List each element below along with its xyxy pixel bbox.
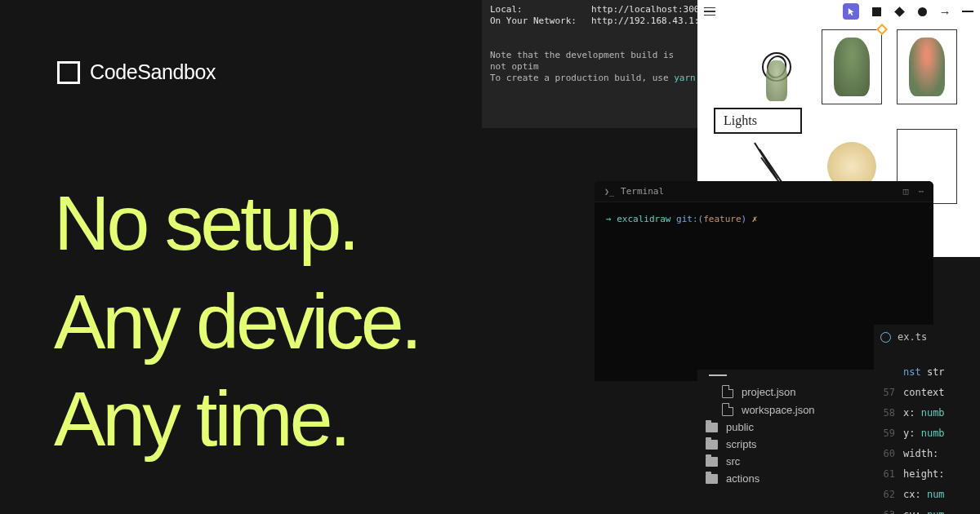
file-icon: [722, 385, 733, 398]
file-tree: project.jsonworkspace.jsonpublicscriptss…: [697, 370, 874, 514]
code-tokens: nst str: [903, 362, 945, 383]
brand-logo: CodeSandbox: [57, 60, 216, 84]
terminal-arrow: →: [606, 214, 612, 224]
arrow-tool[interactable]: →: [939, 6, 951, 17]
logo-icon: [57, 61, 80, 84]
folder-icon: [706, 423, 718, 432]
line-number: 59: [874, 423, 903, 444]
devserver-note-2-pre: To create a production build, use: [490, 73, 674, 83]
tree-item-scripts[interactable]: scripts: [697, 436, 874, 453]
selection-tool[interactable]: [843, 3, 859, 20]
headline-line-3: Any time.: [54, 382, 419, 456]
more-icon[interactable]: ⋯: [918, 186, 924, 197]
ellipse-tool[interactable]: [916, 6, 928, 17]
code-line: 58x: numb: [874, 403, 980, 423]
code-line: 63cy: num: [874, 505, 980, 514]
tree-item-project-json[interactable]: project.json: [697, 383, 874, 401]
canvas-image-1[interactable]: [746, 29, 807, 104]
terminal-dirty-flag: ✗: [752, 214, 758, 224]
logo-text: CodeSandbox: [90, 60, 216, 84]
editor-tab[interactable]: ex.ts: [874, 325, 980, 349]
rectangle-tool[interactable]: [871, 6, 882, 17]
folder-icon: [706, 440, 718, 450]
devserver-output: Local:http://localhost:3000 On Your Netw…: [482, 0, 697, 128]
code-tokens: y: numb: [903, 423, 945, 444]
split-icon[interactable]: ◫: [903, 186, 909, 197]
tree-collapse-icon[interactable]: [709, 374, 727, 376]
folder-icon: [706, 474, 718, 484]
menu-icon[interactable]: [704, 7, 715, 16]
code-line: 57context: [874, 383, 980, 403]
tree-item-actions[interactable]: actions: [697, 470, 874, 487]
code-line: 61height:: [874, 464, 980, 485]
code-line: 60width:: [874, 444, 980, 464]
react-file-icon: [880, 332, 891, 343]
canvas-image-3[interactable]: [897, 29, 957, 104]
devserver-local-url: http://localhost:3000: [591, 4, 705, 15]
tree-item-src[interactable]: src: [697, 453, 874, 470]
editor-tab-label: ex.ts: [898, 331, 927, 343]
canvas-row-1: [746, 29, 980, 104]
file-icon: [722, 403, 733, 416]
terminal-git-post: ): [742, 214, 747, 224]
tree-item-public[interactable]: public: [697, 419, 874, 436]
folder-icon: [706, 457, 718, 467]
tree-item-workspace-json[interactable]: workspace.json: [697, 401, 874, 419]
code-tokens: cx: num: [903, 485, 945, 505]
diamond-tool[interactable]: [893, 6, 905, 17]
code-line: 59y: numb: [874, 423, 980, 444]
terminal-git-pre: git:(: [676, 214, 703, 224]
terminal-body[interactable]: → excalidraw git:(feature) ✗: [595, 202, 933, 236]
tree-item-label: src: [726, 455, 740, 467]
code-tokens: x: numb: [903, 403, 945, 423]
terminal-titlebar: ❯_ Terminal ◫ ⋯: [595, 181, 933, 202]
terminal-title: Terminal: [621, 186, 664, 197]
tree-item-label: scripts: [726, 438, 757, 450]
terminal-branch: feature: [703, 214, 741, 224]
excalidraw-toolbar: →: [697, 2, 980, 21]
line-number: 61: [874, 464, 903, 485]
canvas-image-2[interactable]: [822, 29, 882, 104]
selection-handle-icon[interactable]: [876, 24, 888, 35]
code-line: 62cx: num: [874, 485, 980, 505]
code-tokens: context: [903, 383, 945, 403]
line-tool[interactable]: [962, 6, 973, 17]
terminal-prompt-icon: ❯_: [604, 187, 614, 196]
headline: No setup. Any device. Any time.: [54, 186, 419, 457]
tree-item-label: public: [726, 421, 754, 433]
editor-body[interactable]: nst str57context58x: numb59y: numb60widt…: [874, 349, 980, 514]
tree-item-label: actions: [726, 472, 760, 485]
line-number: 58: [874, 403, 903, 423]
devserver-network-label: On Your Network:: [490, 16, 591, 27]
tree-item-label: workspace.json: [742, 404, 815, 416]
line-number: 60: [874, 444, 903, 464]
line-number: [874, 362, 903, 383]
line-number: 57: [874, 383, 903, 403]
code-editor[interactable]: ex.ts nst str57context58x: numb59y: numb…: [874, 325, 980, 514]
code-line: nst str: [874, 362, 980, 383]
code-tokens: width:: [903, 444, 945, 464]
line-number: 63: [874, 505, 903, 514]
line-number: 62: [874, 485, 903, 505]
headline-line-1: No setup.: [54, 186, 419, 260]
headline-line-2: Any device.: [54, 285, 419, 359]
terminal-cwd: excalidraw: [617, 214, 670, 224]
devserver-note-1: Note that the development build is not o…: [490, 50, 689, 73]
code-tokens: cy: num: [903, 505, 945, 514]
code-tokens: height:: [903, 464, 945, 485]
devserver-local-label: Local:: [490, 4, 591, 16]
tree-item-label: project.json: [742, 386, 795, 398]
